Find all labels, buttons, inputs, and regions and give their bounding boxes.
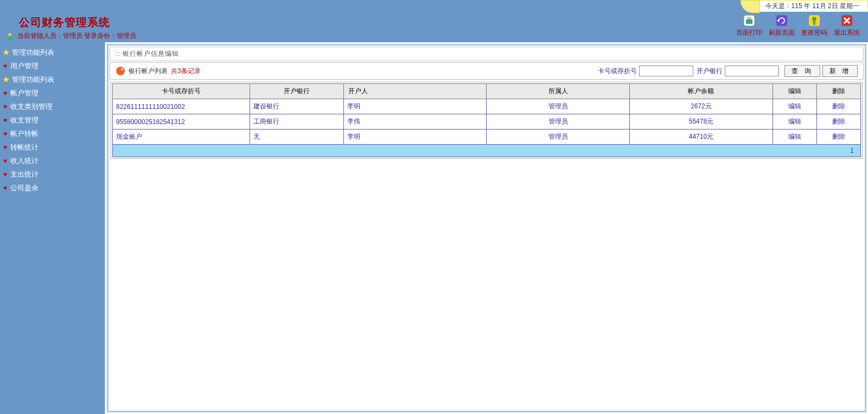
toolbar: 页面打印 刷新页面 更改密码 退出系统 xyxy=(733,14,863,37)
add-button[interactable]: 新 增 xyxy=(822,65,858,77)
exit-label: 退出系统 xyxy=(834,28,860,37)
col-holder: 开户人 xyxy=(343,84,487,99)
col-delete: 删除 xyxy=(816,84,860,99)
cell-delete: 删除 xyxy=(816,114,860,130)
table-header-row: 卡号或存折号 开户银行 开户人 所属人 帐户余额 编辑 删除 xyxy=(113,84,861,99)
sidebar-item-label: 公司盈余 xyxy=(10,183,39,193)
pager-page-1[interactable]: 1 xyxy=(848,147,856,154)
svg-point-9 xyxy=(8,33,11,36)
date-prefix: 今天是： xyxy=(765,2,792,11)
filter-card-input[interactable] xyxy=(639,66,693,76)
sidebar-item-account[interactable]: ♥帐户管理 xyxy=(0,86,105,100)
password-button[interactable]: 更改密码 xyxy=(799,14,830,37)
heart-icon: ♥ xyxy=(3,130,7,138)
print-button[interactable]: 页面打印 xyxy=(733,14,765,37)
filter-bank-label: 开户银行 xyxy=(697,67,723,76)
header: 今天是： 115 年 11月 2日 星期一 公司财务管理系统 页面打印 刷新页面 xyxy=(0,0,868,42)
sidebar-item-income-stats[interactable]: ♥收入统计 xyxy=(0,154,105,167)
delete-link[interactable]: 删除 xyxy=(832,102,845,110)
print-label: 页面打印 xyxy=(736,28,762,37)
cell-card: 6226111111110021002 xyxy=(113,99,250,114)
col-owner: 所属人 xyxy=(487,84,630,99)
panel-title: :: 银行帐户信息编辑 xyxy=(110,47,864,61)
print-icon xyxy=(743,14,756,27)
col-bank: 开户银行 xyxy=(250,84,343,99)
filter-bank-input[interactable] xyxy=(725,66,779,76)
svg-point-11 xyxy=(116,67,125,75)
cell-owner: 管理员 xyxy=(487,130,630,145)
sidebar-group-header-1[interactable]: ★ 管理功能列表 xyxy=(0,46,105,59)
table-row: 6226111111110021002建设银行李明管理员2672元编辑删除 xyxy=(113,99,861,114)
panel-toolbar: 银行帐户列表 共3条记录 卡号或存折号 开户银行 查 询 新 增 xyxy=(110,62,864,80)
refresh-button[interactable]: 刷新页面 xyxy=(766,14,797,37)
sidebar-item-category[interactable]: ♥收支类别管理 xyxy=(0,100,105,113)
cell-edit: 编辑 xyxy=(773,130,816,145)
svg-rect-2 xyxy=(747,17,751,20)
edit-link[interactable]: 编辑 xyxy=(788,118,801,125)
star-icon: ★ xyxy=(2,74,10,85)
sidebar-item-transfer[interactable]: ♥帐户转帐 xyxy=(0,127,105,140)
cell-holder: 李明 xyxy=(343,130,487,145)
sidebar-item-label: 支出统计 xyxy=(10,170,39,179)
heart-icon: ♥ xyxy=(3,157,7,165)
cell-owner: 管理员 xyxy=(487,99,630,114)
user-icon xyxy=(5,32,14,41)
close-icon xyxy=(840,14,853,27)
search-button[interactable]: 查 询 xyxy=(784,65,820,77)
date-strip: 今天是： 115 年 11月 2日 星期一 xyxy=(749,0,868,12)
cell-owner: 管理员 xyxy=(487,114,630,130)
login-role: 管理员 xyxy=(117,32,136,40)
svg-point-6 xyxy=(812,17,816,21)
heart-icon: ♥ xyxy=(3,103,7,111)
table-row: 现金账户无李明管理员44710元编辑删除 xyxy=(113,130,861,145)
sidebar-group-header-2[interactable]: ★ 管理功能列表 xyxy=(0,73,105,86)
cell-holder: 李明 xyxy=(343,99,487,114)
col-balance: 帐户余额 xyxy=(630,84,773,99)
sidebar-item-label: 收入统计 xyxy=(10,156,39,166)
col-card: 卡号或存折号 xyxy=(113,84,250,99)
cell-balance: 44710元 xyxy=(630,130,773,145)
svg-rect-10 xyxy=(7,36,12,40)
sidebar-item-label: 用户管理 xyxy=(10,61,39,71)
login-bar: 当前登陆人员：管理员 登录身份：管理员 xyxy=(5,31,136,41)
filter-card-label: 卡号或存折号 xyxy=(598,67,637,76)
edit-link[interactable]: 编辑 xyxy=(788,133,801,140)
edit-link[interactable]: 编辑 xyxy=(788,102,801,110)
delete-link[interactable]: 删除 xyxy=(832,133,845,140)
sidebar-item-profit[interactable]: ♥公司盈余 xyxy=(0,181,105,195)
sidebar-item-ie[interactable]: ♥收支管理 xyxy=(0,113,105,127)
sidebar-item-label: 收支管理 xyxy=(10,115,39,125)
cell-balance: 55478元 xyxy=(630,114,773,130)
cell-bank: 无 xyxy=(250,130,343,145)
key-icon xyxy=(808,14,821,27)
pager: 1 xyxy=(112,145,861,157)
login-user: 管理员 xyxy=(63,32,82,40)
record-count: 共3条记录 xyxy=(171,67,201,76)
exit-button[interactable]: 退出系统 xyxy=(831,14,863,37)
heart-icon: ♥ xyxy=(3,62,7,70)
cell-bank: 建设银行 xyxy=(250,99,343,114)
table-row: 9558000025182541312工商银行李伟管理员55478元编辑删除 xyxy=(113,114,861,130)
list-icon xyxy=(116,66,125,76)
sidebar-group-label-2: 管理功能列表 xyxy=(12,75,54,85)
sidebar-item-expense-stats[interactable]: ♥支出统计 xyxy=(0,167,105,181)
heart-icon: ♥ xyxy=(3,171,7,178)
date-value: 115 年 11月 2日 星期一 xyxy=(792,2,859,11)
sidebar-item-label: 帐户转帐 xyxy=(10,129,39,139)
svg-rect-7 xyxy=(813,21,815,25)
sidebar-item-transfer-stats[interactable]: ♥转帐统计 xyxy=(0,140,105,154)
delete-link[interactable]: 删除 xyxy=(832,118,845,125)
sidebar-item-label: 帐户管理 xyxy=(10,88,39,98)
sidebar-item-label: 转帐统计 xyxy=(10,143,39,152)
refresh-icon xyxy=(775,14,788,27)
heart-icon: ♥ xyxy=(3,144,7,151)
password-label: 更改密码 xyxy=(801,28,827,37)
cell-holder: 李伟 xyxy=(343,114,487,130)
sidebar-item-users[interactable]: ♥ 用户管理 xyxy=(0,59,105,73)
heart-icon: ♥ xyxy=(3,117,7,124)
refresh-label: 刷新页面 xyxy=(769,28,795,37)
star-icon: ★ xyxy=(2,47,10,57)
cell-card: 现金账户 xyxy=(113,130,250,145)
cell-delete: 删除 xyxy=(816,99,860,114)
cell-card: 9558000025182541312 xyxy=(113,114,250,130)
